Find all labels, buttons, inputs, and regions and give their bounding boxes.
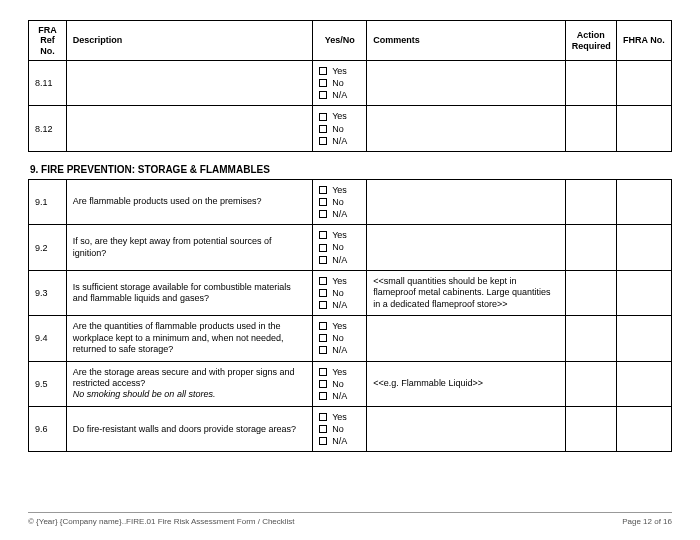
label-yes: Yes <box>332 229 347 241</box>
description-cell: Are the storage areas secure and with pr… <box>66 361 312 406</box>
header-yesno: Yes/No <box>313 21 367 61</box>
comments-cell <box>367 106 565 151</box>
footer-left: © {Year} {Company name}..FIRE.01 Fire Ri… <box>28 517 295 526</box>
table-row: 9.6 Do fire-resistant walls and doors pr… <box>29 406 672 451</box>
header-ref: FRA Ref No. <box>29 21 67 61</box>
checkbox-yes[interactable] <box>319 413 327 421</box>
description-text: Are the storage areas secure and with pr… <box>73 367 295 388</box>
fhra-cell <box>616 361 671 406</box>
description-cell: Do fire-resistant walls and doors provid… <box>66 406 312 451</box>
action-cell <box>565 406 616 451</box>
fhra-cell <box>616 270 671 315</box>
table-row: 8.12 Yes No N/A <box>29 106 672 151</box>
yesno-cell: Yes No N/A <box>313 361 367 406</box>
yesno-cell: Yes No N/A <box>313 225 367 270</box>
checkbox-na[interactable] <box>319 137 327 145</box>
description-cell <box>66 106 312 151</box>
action-cell <box>565 225 616 270</box>
label-na: N/A <box>332 299 347 311</box>
fhra-cell <box>616 106 671 151</box>
label-no: No <box>332 241 344 253</box>
checkbox-yes[interactable] <box>319 231 327 239</box>
comments-cell <box>367 225 565 270</box>
yesno-cell: Yes No N/A <box>313 316 367 361</box>
checkbox-yes[interactable] <box>319 67 327 75</box>
checkbox-no[interactable] <box>319 289 327 297</box>
action-cell <box>565 270 616 315</box>
table-row: 9.4 Are the quantities of flammable prod… <box>29 316 672 361</box>
yesno-cell: Yes No N/A <box>313 179 367 224</box>
footer-right: Page 12 of 16 <box>622 517 672 526</box>
checkbox-na[interactable] <box>319 301 327 309</box>
checkbox-na[interactable] <box>319 210 327 218</box>
description-cell: Are the quantities of flammable products… <box>66 316 312 361</box>
label-yes: Yes <box>332 411 347 423</box>
page-footer: © {Year} {Company name}..FIRE.01 Fire Ri… <box>28 512 672 526</box>
label-na: N/A <box>332 135 347 147</box>
description-italic: No smoking should be on all stores. <box>73 389 216 399</box>
checkbox-na[interactable] <box>319 256 327 264</box>
table-row: 8.11 Yes No N/A <box>29 61 672 106</box>
checkbox-no[interactable] <box>319 79 327 87</box>
yesno-cell: Yes No N/A <box>313 406 367 451</box>
comments-cell: <<e.g. Flammable Liquid>> <box>367 361 565 406</box>
checkbox-yes[interactable] <box>319 368 327 376</box>
label-no: No <box>332 423 344 435</box>
checkbox-no[interactable] <box>319 334 327 342</box>
ref-cell: 9.4 <box>29 316 67 361</box>
label-yes: Yes <box>332 184 347 196</box>
ref-cell: 9.2 <box>29 225 67 270</box>
table-row: 9.5 Are the storage areas secure and wit… <box>29 361 672 406</box>
label-yes: Yes <box>332 275 347 287</box>
description-cell: Is sufficient storage available for comb… <box>66 270 312 315</box>
action-cell <box>565 106 616 151</box>
checkbox-no[interactable] <box>319 198 327 206</box>
fhra-cell <box>616 179 671 224</box>
fhra-cell <box>616 61 671 106</box>
label-no: No <box>332 77 344 89</box>
checkbox-no[interactable] <box>319 244 327 252</box>
label-no: No <box>332 196 344 208</box>
ref-cell: 8.11 <box>29 61 67 106</box>
checkbox-yes[interactable] <box>319 322 327 330</box>
checkbox-na[interactable] <box>319 91 327 99</box>
checkbox-no[interactable] <box>319 425 327 433</box>
label-no: No <box>332 287 344 299</box>
checkbox-na[interactable] <box>319 437 327 445</box>
header-description: Description <box>66 21 312 61</box>
yesno-cell: Yes No N/A <box>313 270 367 315</box>
action-cell <box>565 179 616 224</box>
table-row: 9.2 If so, are they kept away from poten… <box>29 225 672 270</box>
comments-cell <box>367 316 565 361</box>
label-no: No <box>332 378 344 390</box>
yesno-cell: Yes No N/A <box>313 106 367 151</box>
checkbox-yes[interactable] <box>319 186 327 194</box>
label-no: No <box>332 332 344 344</box>
header-fhra: FHRA No. <box>616 21 671 61</box>
checkbox-yes[interactable] <box>319 113 327 121</box>
label-na: N/A <box>332 344 347 356</box>
label-yes: Yes <box>332 366 347 378</box>
top-table: FRA Ref No. Description Yes/No Comments … <box>28 20 672 152</box>
checkbox-no[interactable] <box>319 125 327 133</box>
action-cell <box>565 361 616 406</box>
ref-cell: 9.5 <box>29 361 67 406</box>
description-cell <box>66 61 312 106</box>
label-na: N/A <box>332 390 347 402</box>
section-title: 9. FIRE PREVENTION: STORAGE & FLAMMABLES <box>30 164 672 175</box>
comments-cell <box>367 179 565 224</box>
checkbox-yes[interactable] <box>319 277 327 285</box>
action-cell <box>565 61 616 106</box>
comments-cell <box>367 406 565 451</box>
checkbox-na[interactable] <box>319 392 327 400</box>
document-page: FRA Ref No. Description Yes/No Comments … <box>0 0 700 452</box>
label-na: N/A <box>332 89 347 101</box>
ref-cell: 9.1 <box>29 179 67 224</box>
checkbox-na[interactable] <box>319 346 327 354</box>
table-row: 9.3 Is sufficient storage available for … <box>29 270 672 315</box>
label-no: No <box>332 123 344 135</box>
checkbox-no[interactable] <box>319 380 327 388</box>
comments-cell: <<small quantities should be kept in fla… <box>367 270 565 315</box>
label-na: N/A <box>332 254 347 266</box>
label-na: N/A <box>332 435 347 447</box>
